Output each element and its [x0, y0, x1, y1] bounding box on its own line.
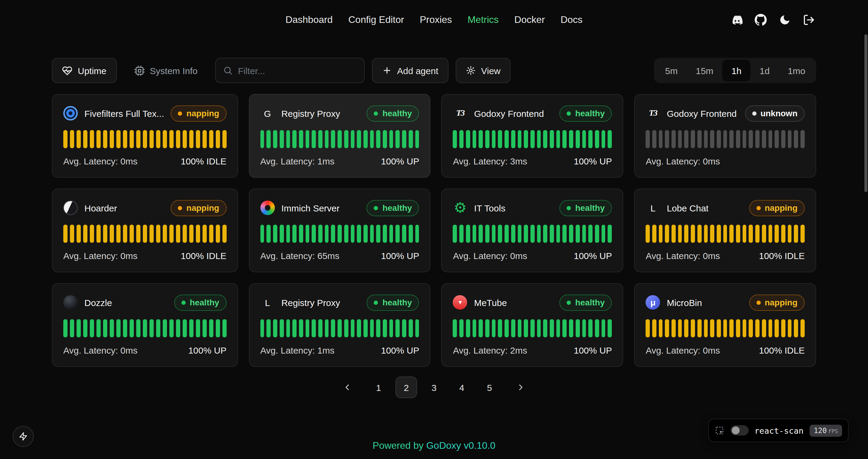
- status-dot: [567, 111, 571, 116]
- uptime-bar: [63, 319, 67, 337]
- uptime-bar: [569, 319, 573, 337]
- scrollbar-thumb[interactable]: [864, 34, 867, 192]
- nav-item-metrics[interactable]: Metrics: [467, 14, 498, 25]
- service-card-fivefilters-full-tex[interactable]: Fivefilters Full Tex...nappingAvg. Laten…: [52, 94, 238, 178]
- uptime-bar: [312, 225, 316, 243]
- pagination-page-2[interactable]: 2: [396, 376, 417, 398]
- pagination-page-4[interactable]: 4: [451, 376, 472, 398]
- quick-actions-button[interactable]: [13, 426, 34, 447]
- uptime-bars: [260, 225, 419, 243]
- pagination-prev-button[interactable]: [336, 376, 358, 398]
- service-card-godoxy-frontend[interactable]: T3Godoxy FrontendunknownAvg. Latency: 0m…: [634, 94, 816, 178]
- cards-grid: Fivefilters Full Tex...nappingAvg. Laten…: [52, 94, 816, 367]
- tab-uptime[interactable]: Uptime: [52, 58, 117, 83]
- react-scan-toggle[interactable]: [730, 425, 748, 435]
- discord-icon[interactable]: [731, 14, 743, 26]
- app-window: DashboardConfig EditorProxiesMetricsDock…: [0, 0, 868, 459]
- uptime-bar: [498, 319, 502, 337]
- status-label: napping: [187, 203, 219, 212]
- uptime-bar: [189, 319, 193, 337]
- latency-text: Avg. Latency: 0ms: [63, 156, 137, 166]
- uptime-bar: [189, 130, 193, 148]
- dark-mode-icon[interactable]: [779, 14, 791, 26]
- nav-item-docker[interactable]: Docker: [515, 14, 545, 25]
- uptime-bar: [563, 225, 567, 243]
- latency-text: Avg. Latency: 0ms: [646, 345, 720, 355]
- uptime-bar: [511, 130, 515, 148]
- plus-icon: [382, 66, 392, 75]
- nav-item-dashboard[interactable]: Dashboard: [285, 14, 333, 25]
- uptime-text: 100% UP: [381, 156, 419, 166]
- inspect-icon[interactable]: [715, 426, 724, 435]
- service-name: Registry Proxy: [281, 297, 340, 307]
- card-header: Hoardernapping: [63, 199, 226, 216]
- filter-box[interactable]: [215, 58, 364, 83]
- latency-text: Avg. Latency: 1ms: [260, 156, 334, 166]
- service-card-registry-proxy[interactable]: LRegistry ProxyhealthyAvg. Latency: 1ms1…: [249, 283, 431, 367]
- uptime-bar: [260, 319, 264, 337]
- github-icon[interactable]: [755, 14, 767, 26]
- service-card-it-tools[interactable]: ⚙IT ToolshealthyAvg. Latency: 0ms100% UP: [441, 189, 624, 272]
- uptime-bar: [344, 225, 348, 243]
- registry-l-icon: L: [260, 295, 275, 309]
- uptime-bar: [684, 319, 688, 337]
- uptime-bar: [409, 319, 412, 337]
- nav-item-config-editor[interactable]: Config Editor: [348, 14, 404, 25]
- time-range-15m[interactable]: 15m: [687, 60, 722, 81]
- filter-input[interactable]: [238, 65, 356, 75]
- service-card-microbin[interactable]: μMicroBinnappingAvg. Latency: 0ms100% ID…: [634, 283, 816, 367]
- uptime-bar: [396, 319, 400, 337]
- uptime-bar: [569, 225, 573, 243]
- uptime-bar: [376, 319, 380, 337]
- uptime-bar: [730, 225, 734, 243]
- service-card-dozzle[interactable]: DozzlehealthyAvg. Latency: 0ms100% UP: [52, 283, 238, 367]
- status-badge: napping: [171, 105, 227, 121]
- uptime-bar: [530, 225, 534, 243]
- uptime-bar: [723, 130, 727, 148]
- uptime-bar: [103, 225, 107, 243]
- service-card-godoxy-frontend[interactable]: T3Godoxy FrontendhealthyAvg. Latency: 3m…: [441, 94, 624, 178]
- pagination-page-5[interactable]: 5: [478, 376, 500, 398]
- tab-system-info[interactable]: System Info: [124, 58, 208, 83]
- uptime-bar: [658, 130, 662, 148]
- uptime-bar: [801, 225, 804, 243]
- status-badge: napping: [749, 294, 805, 310]
- time-range-1mo[interactable]: 1mo: [779, 60, 814, 81]
- uptime-bar: [150, 319, 154, 337]
- nav-item-proxies[interactable]: Proxies: [420, 14, 452, 25]
- time-range-1d[interactable]: 1d: [750, 60, 778, 81]
- service-card-metube[interactable]: ▼MeTubehealthyAvg. Latency: 2ms100% UP: [441, 283, 624, 367]
- nav-item-docs[interactable]: Docs: [561, 14, 583, 25]
- toggle-knob: [732, 426, 739, 434]
- uptime-bar: [176, 319, 180, 337]
- uptime-bar: [665, 319, 669, 337]
- version-link[interactable]: v0.10.0: [464, 440, 495, 451]
- uptime-bar: [479, 130, 483, 148]
- logout-icon[interactable]: [803, 14, 815, 26]
- time-range-1h[interactable]: 1h: [722, 60, 750, 81]
- service-card-registry-proxy[interactable]: GRegistry ProxyhealthyAvg. Latency: 1ms1…: [249, 94, 431, 178]
- service-card-lobe-chat[interactable]: LLobe ChatnappingAvg. Latency: 0ms100% I…: [634, 189, 816, 272]
- status-badge: unknown: [745, 105, 805, 121]
- pagination-page-3[interactable]: 3: [423, 376, 445, 398]
- service-card-hoarder[interactable]: HoardernappingAvg. Latency: 0ms100% IDLE: [52, 189, 238, 272]
- godoxy-link[interactable]: GoDoxy: [426, 440, 461, 451]
- uptime-bar: [775, 319, 779, 337]
- uptime-bar: [312, 130, 316, 148]
- uptime-bar: [280, 225, 284, 243]
- uptime-bar: [556, 319, 560, 337]
- view-button[interactable]: View: [456, 58, 511, 83]
- status-dot: [756, 300, 761, 304]
- uptime-bar: [350, 130, 354, 148]
- uptime-bar: [544, 130, 547, 148]
- uptime-bar: [305, 319, 309, 337]
- uptime-bar: [130, 319, 134, 337]
- pagination-page-1[interactable]: 1: [368, 376, 390, 398]
- uptime-bar: [710, 225, 714, 243]
- pagination-next-button[interactable]: [510, 376, 532, 398]
- time-range-5m[interactable]: 5m: [656, 60, 687, 81]
- add-agent-button[interactable]: Add agent: [372, 58, 448, 83]
- service-card-immich-server[interactable]: Immich ServerhealthyAvg. Latency: 65ms10…: [249, 189, 431, 272]
- chevron-left-icon: [342, 383, 352, 392]
- uptime-bar: [749, 319, 753, 337]
